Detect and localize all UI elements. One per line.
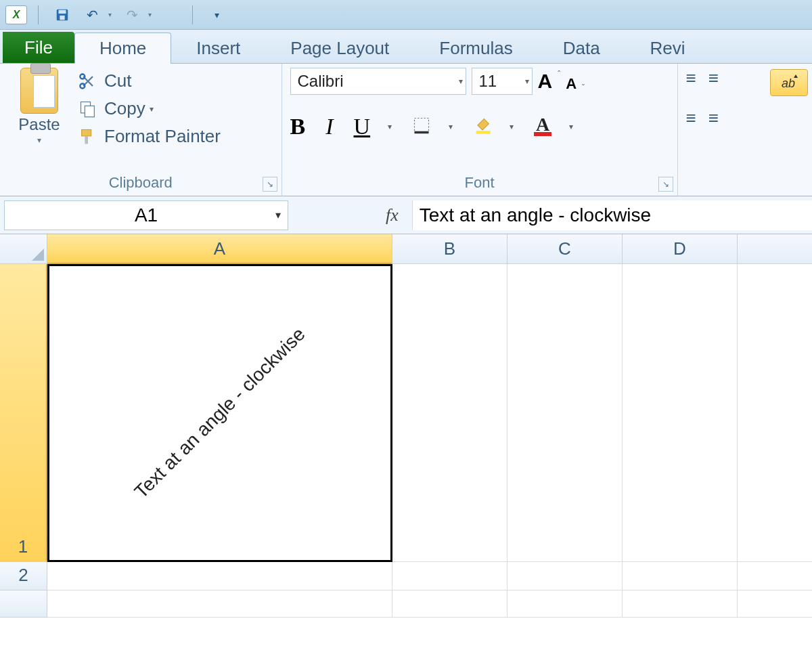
copy-button[interactable]: Copy ▾: [78, 98, 221, 119]
cell-a2[interactable]: [47, 562, 392, 590]
ribbon-tabs: File Home Insert Page Layout Formulas Da…: [0, 30, 812, 64]
column-header-a[interactable]: A: [47, 234, 392, 264]
cell-c3[interactable]: [508, 590, 623, 618]
chevron-down-icon: ▾: [275, 209, 281, 221]
underline-button[interactable]: U: [354, 114, 371, 139]
svg-text:ab: ab: [782, 77, 795, 90]
bold-button[interactable]: B: [290, 114, 306, 139]
name-box[interactable]: A1 ▾: [4, 200, 288, 230]
formula-input[interactable]: Text at an angle - clockwise: [412, 200, 812, 230]
qat-separator: [38, 5, 42, 24]
column-header-c[interactable]: C: [508, 234, 623, 264]
tab-insert[interactable]: Insert: [171, 33, 265, 64]
new-sheet-button[interactable]: [162, 5, 181, 24]
group-font: Calibri ▾ 11 ▾ A ˆ A ˇ B I U ▾ ▾: [282, 64, 678, 196]
svg-point-6: [80, 74, 85, 79]
file-tab[interactable]: File: [3, 32, 74, 63]
paste-dropdown[interactable]: ▾: [37, 135, 41, 145]
svg-rect-1: [59, 9, 66, 14]
cell-c2[interactable]: [508, 562, 623, 590]
font-color-dropdown[interactable]: ▾: [569, 122, 573, 131]
fill-color-dropdown[interactable]: ▾: [510, 122, 514, 131]
font-name-combo[interactable]: Calibri ▾: [290, 68, 466, 95]
cell-d3[interactable]: [623, 590, 738, 618]
redo-dropdown[interactable]: ▾: [148, 11, 152, 18]
font-color-bar: [534, 132, 551, 136]
qat-customize-dropdown[interactable]: ▾: [207, 5, 226, 24]
cut-button[interactable]: Cut: [78, 70, 221, 91]
tab-data[interactable]: Data: [538, 33, 625, 64]
excel-logo: X: [5, 5, 27, 24]
cell-b1[interactable]: [392, 264, 508, 562]
italic-button[interactable]: I: [325, 114, 333, 139]
row-header-2[interactable]: 2: [0, 562, 47, 590]
worksheet-grid[interactable]: A B C D 1 Text at an angle - clockwise 2: [0, 234, 812, 618]
border-dropdown[interactable]: ▾: [449, 122, 453, 131]
align-top-button[interactable]: ≡: [686, 68, 694, 89]
paste-icon: [20, 68, 58, 114]
quick-access-toolbar: X ↶ ▾ ↷ ▾ ▾: [0, 0, 812, 30]
align-middle-button[interactable]: ≡: [708, 68, 716, 89]
undo-button[interactable]: ↶: [83, 5, 102, 24]
save-button[interactable]: [53, 5, 72, 24]
cell-d2[interactable]: [623, 562, 738, 590]
svg-rect-13: [476, 131, 491, 134]
cell-c1[interactable]: [508, 264, 623, 562]
chevron-down-icon: ▾: [459, 77, 463, 86]
font-color-letter: A: [536, 117, 549, 132]
cell-b3[interactable]: [392, 590, 508, 618]
cell-a3[interactable]: [47, 590, 392, 618]
svg-rect-11: [415, 119, 429, 133]
svg-rect-9: [82, 129, 91, 135]
name-box-value: A1: [135, 204, 158, 226]
copy-dropdown[interactable]: ▾: [150, 104, 154, 114]
tab-review[interactable]: Revi: [625, 33, 710, 64]
clipboard-launcher[interactable]: ↘: [263, 177, 277, 192]
font-size-combo[interactable]: 11 ▾: [472, 68, 533, 95]
redo-button[interactable]: ↷: [122, 5, 141, 24]
fill-color-button[interactable]: [473, 116, 492, 137]
ribbon: Paste ▾ Cut Copy ▾ Format Painter C: [0, 64, 812, 196]
column-header-e[interactable]: [738, 234, 812, 264]
format-painter-label: Format Painter: [104, 126, 221, 147]
font-launcher[interactable]: ↘: [658, 177, 673, 192]
border-button[interactable]: [412, 116, 431, 137]
cell-e2[interactable]: [738, 562, 812, 590]
chevron-down-icon: ▾: [525, 77, 529, 86]
column-header-b[interactable]: B: [392, 234, 508, 264]
caret-icon: ˇ: [582, 83, 585, 93]
orientation-button[interactable]: ab: [770, 69, 808, 96]
paste-button[interactable]: Paste ▾: [8, 68, 70, 147]
cell-e1[interactable]: [738, 264, 812, 562]
group-alignment: ab ≡ ≡ ≡ ≡: [678, 64, 812, 196]
tab-home[interactable]: Home: [74, 33, 171, 64]
tab-page-layout[interactable]: Page Layout: [265, 33, 414, 64]
row-header-3[interactable]: [0, 590, 47, 618]
cell-a1[interactable]: Text at an angle - clockwise: [47, 264, 392, 562]
cell-d1[interactable]: [623, 264, 738, 562]
svg-rect-8: [85, 106, 94, 116]
svg-rect-2: [60, 15, 64, 19]
select-all-button[interactable]: [0, 234, 47, 264]
align-center-button[interactable]: ≡: [708, 108, 716, 129]
qat-separator-2: [192, 5, 196, 24]
tab-formulas[interactable]: Formulas: [414, 33, 537, 64]
underline-dropdown[interactable]: ▾: [388, 122, 392, 131]
column-header-d[interactable]: D: [623, 234, 738, 264]
caret-icon: ˆ: [558, 70, 560, 79]
font-color-button[interactable]: A: [534, 117, 551, 136]
increase-font-size-button[interactable]: A: [538, 70, 553, 93]
align-left-button[interactable]: ≡: [686, 108, 694, 129]
formula-input-value: Text at an angle - clockwise: [420, 204, 651, 226]
decrease-font-size-button[interactable]: A: [566, 75, 577, 93]
format-painter-button[interactable]: Format Painter: [78, 126, 221, 147]
brush-icon: [78, 127, 97, 146]
cell-e3[interactable]: [738, 590, 812, 618]
cell-a1-text: Text at an angle - clockwise: [131, 324, 310, 503]
fx-label[interactable]: fx: [386, 205, 399, 225]
cell-b2[interactable]: [392, 562, 508, 590]
undo-dropdown[interactable]: ▾: [108, 11, 112, 18]
group-clipboard-label: Clipboard: [0, 171, 281, 196]
svg-point-5: [80, 83, 85, 88]
row-header-1[interactable]: 1: [0, 264, 47, 562]
